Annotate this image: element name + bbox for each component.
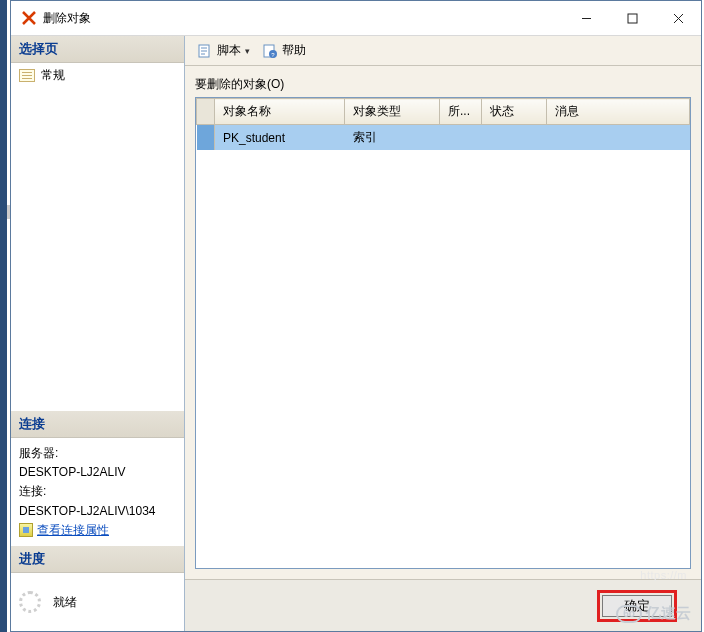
cell-owner [440,125,482,151]
sidebar-item-general[interactable]: 常规 [11,63,184,88]
cell-object-type: 索引 [345,125,440,151]
close-button[interactable] [655,2,701,35]
server-value: DESKTOP-LJ2ALIV [19,463,176,482]
ok-button-highlight: 确定 [597,590,677,622]
delete-icon [21,10,37,26]
help-label: 帮助 [282,42,306,59]
chevron-down-icon: ▾ [245,46,250,56]
titlebar: 删除对象 [11,1,701,36]
objects-group-label: 要删除的对象(O) [195,76,691,93]
main-panel: 脚本 ▾ ? 帮助 要删除的对象(O) [185,36,701,631]
minimize-button[interactable] [563,2,609,35]
window-title: 删除对象 [43,10,91,27]
spinner-icon [19,591,41,613]
script-icon [197,43,213,59]
dialog-footer: https://m 确定 6o 亿速云 [185,579,701,631]
progress-panel: 就绪 [11,573,184,631]
page-icon [19,69,35,82]
connection-panel: 服务器: DESKTOP-LJ2ALIV 连接: DESKTOP-LJ2ALIV… [11,438,184,546]
script-button[interactable]: 脚本 ▾ [193,40,254,61]
row-handle-header [197,99,215,125]
col-status[interactable]: 状态 [482,99,547,125]
help-button[interactable]: ? 帮助 [258,40,310,61]
app-left-strip [0,0,7,632]
maximize-button[interactable] [609,2,655,35]
sidebar-item-label: 常规 [41,67,65,84]
cell-status [482,125,547,151]
dialog-window: 删除对象 选择页 常规 连接 服务器: DESKTOP-LJ2ALIV [10,0,702,632]
script-label: 脚本 [217,42,241,59]
ok-button[interactable]: 确定 [602,595,672,617]
svg-rect-0 [628,14,637,23]
connection-header: 连接 [11,411,184,438]
cell-object-name: PK_student [215,125,345,151]
watermark-url: https://m [640,569,687,581]
row-handle[interactable] [197,125,215,151]
col-message[interactable]: 消息 [547,99,690,125]
col-object-name[interactable]: 对象名称 [215,99,345,125]
select-page-header: 选择页 [11,36,184,63]
toolbar: 脚本 ▾ ? 帮助 [185,36,701,66]
server-label: 服务器: [19,444,176,463]
connection-value: DESKTOP-LJ2ALIV\1034 [19,502,176,521]
table-row[interactable]: PK_student 索引 [197,125,690,151]
progress-header: 进度 [11,546,184,573]
col-owner[interactable]: 所... [440,99,482,125]
help-icon: ? [262,43,278,59]
objects-table: 对象名称 对象类型 所... 状态 消息 PK_student [195,97,691,569]
properties-icon [19,523,33,537]
col-object-type[interactable]: 对象类型 [345,99,440,125]
progress-status: 就绪 [53,594,77,611]
cell-message [547,125,690,151]
view-connection-properties-link[interactable]: 查看连接属性 [37,521,109,540]
sidebar: 选择页 常规 连接 服务器: DESKTOP-LJ2ALIV 连接: DESKT… [11,36,185,631]
connection-label: 连接: [19,482,176,501]
svg-rect-1 [23,527,29,533]
